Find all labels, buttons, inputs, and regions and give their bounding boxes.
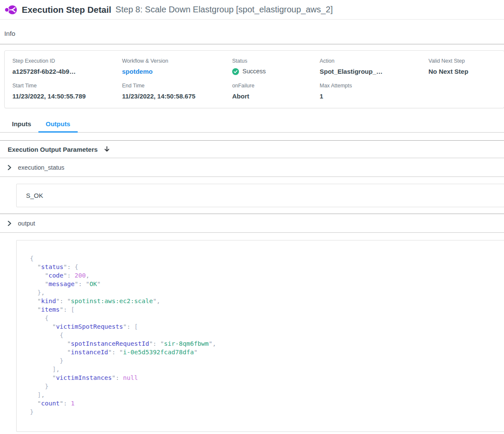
success-check-icon: [232, 68, 239, 75]
code-line: "items": [: [30, 305, 499, 314]
section-name: execution_status: [18, 164, 64, 171]
page-title: Execution Step Detail: [22, 5, 111, 15]
field-value: 1: [320, 92, 428, 100]
tab-bar: Inputs Outputs: [0, 117, 504, 133]
field-value: a125728f-6b22-4b9…: [12, 67, 122, 75]
divider: [0, 44, 504, 44]
code-line: "message": "OK": [30, 280, 499, 288]
section-execution-status[interactable]: execution_status: [0, 158, 504, 177]
code-line: }: [30, 382, 499, 391]
code-line: "victimInstances": null: [30, 373, 499, 382]
code-line: {: [30, 314, 499, 322]
info-field-valid-next-step: Valid Next Step No Next Step: [428, 58, 504, 75]
info-field-empty: [428, 83, 504, 100]
info-field-start-time: Start Time 11/23/2022, 14:50:55.789: [12, 83, 122, 100]
chevron-right-icon[interactable]: [7, 165, 12, 170]
code-line: ],: [30, 365, 499, 373]
output-parameters-header: Execution Output Parameters: [0, 141, 504, 158]
code-line: "instanceId": "i-0e5d5392fcad78dfa": [30, 348, 499, 356]
info-field-max-attempts: Max Attempts 1: [320, 83, 428, 100]
code-line: "spotInstanceRequestId": "sir-8qm6fbwm",: [30, 339, 499, 348]
code-line: ],: [30, 391, 499, 399]
field-value: Abort: [232, 92, 320, 100]
section-output[interactable]: output: [0, 214, 504, 233]
field-label: Max Attempts: [320, 83, 428, 89]
field-label: Start Time: [12, 83, 122, 89]
info-field-step-execution-id: Step Execution ID a125728f-6b22-4b9…: [12, 58, 122, 75]
info-field-workflow-version: Workflow & Version spotdemo: [122, 58, 232, 75]
workflow-link[interactable]: spotdemo: [122, 67, 232, 75]
info-field-onfailure: onFailure Abort: [232, 83, 320, 100]
field-label: End Time: [122, 83, 232, 89]
relay-logo-icon: [4, 4, 17, 16]
field-label: Valid Next Step: [428, 58, 504, 64]
output-json-viewer: { "status": { "code": 200, "message": "O…: [16, 240, 504, 432]
code-line: {: [30, 331, 499, 339]
status-text: Success: [242, 67, 266, 75]
field-value: No Next Step: [428, 67, 504, 75]
code-line: },: [30, 288, 499, 297]
code-line: "code": 200,: [30, 271, 499, 280]
section-name: output: [18, 220, 35, 227]
page-header: Execution Step Detail Step 8: Scale Down…: [0, 0, 504, 20]
field-label: onFailure: [232, 83, 320, 89]
info-field-status: Status Success: [232, 58, 320, 75]
tab-outputs[interactable]: Outputs: [38, 117, 78, 133]
chevron-right-icon[interactable]: [7, 221, 12, 226]
code-line: }: [30, 408, 499, 416]
info-field-action: Action Spot_Elastigroup_…: [320, 58, 428, 75]
status-badge: Success: [232, 67, 320, 75]
info-section-heading: Info: [4, 30, 504, 38]
page-subtitle: Step 8: Scale Down Elastgroup [spot_elas…: [116, 5, 333, 14]
json-code: { "status": { "code": 200, "message": "O…: [30, 254, 499, 416]
execution-status-value: S_OK: [16, 184, 504, 207]
code-line: "victimSpotRequests": [: [30, 322, 499, 331]
tab-inputs[interactable]: Inputs: [5, 117, 38, 133]
field-value: 11/23/2022, 14:50:58.675: [122, 92, 232, 100]
info-card: Step Execution ID a125728f-6b22-4b9… Wor…: [4, 50, 504, 108]
info-field-end-time: End Time 11/23/2022, 14:50:58.675: [122, 83, 232, 100]
field-label: Status: [232, 58, 320, 64]
code-line: }: [30, 356, 499, 365]
code-line: "count": 1: [30, 399, 499, 408]
field-label: Action: [320, 58, 428, 64]
code-line: "kind": "spotinst:aws:ec2:scale",: [30, 297, 499, 305]
code-line: {: [30, 254, 499, 263]
field-label: Workflow & Version: [122, 58, 232, 64]
field-label: Step Execution ID: [12, 58, 122, 64]
field-value: Spot_Elastigroup_…: [320, 67, 428, 75]
output-parameters-title: Execution Output Parameters: [8, 146, 98, 153]
code-line: "status": {: [30, 263, 499, 271]
field-value: 11/23/2022, 14:50:55.789: [12, 92, 122, 100]
download-icon[interactable]: [104, 146, 110, 152]
